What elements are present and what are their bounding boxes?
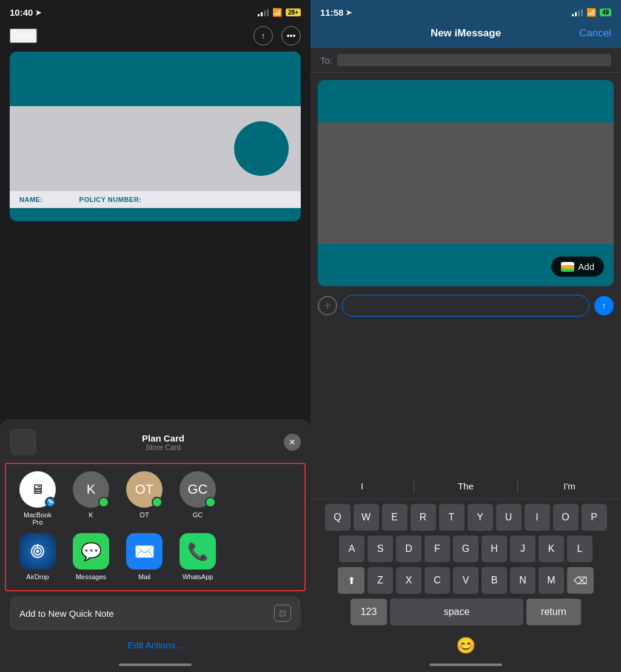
add-button[interactable]: Add	[551, 257, 604, 277]
whatsapp-app[interactable]: 📞 WhatsApp	[173, 533, 222, 580]
autocomplete-row: I The I'm	[310, 474, 621, 499]
send-button[interactable]: ↑	[594, 296, 614, 315]
gc-avatar: GC	[180, 471, 216, 508]
keyboard-row-4: 123 space return	[313, 599, 619, 625]
whatsapp-label: WhatsApp	[183, 573, 213, 580]
contact-gc[interactable]: GC GC	[173, 471, 222, 526]
share-icon: ↑	[261, 31, 266, 41]
contact-macbook[interactable]: 🖥 📡 MacBookPro	[13, 471, 62, 526]
k-avatar: K	[73, 471, 109, 508]
quick-note-label: Add to New Quick Note	[19, 608, 114, 619]
card-preview-top	[318, 80, 614, 123]
keyboard: Q W E R T Y U I O P A S D F G H J K L ⬆ …	[310, 499, 621, 633]
contact-macbook-label: MacBookPro	[24, 511, 52, 526]
macbook-icon: 🖥	[31, 482, 44, 497]
key-y[interactable]: Y	[468, 504, 493, 531]
key-e[interactable]: E	[382, 504, 408, 531]
card-preview-mid	[318, 123, 614, 244]
right-wifi-icon: 📶	[586, 8, 596, 17]
key-p[interactable]: P	[582, 504, 607, 531]
more-button[interactable]: •••	[281, 26, 301, 45]
key-l[interactable]: L	[567, 536, 592, 562]
key-k[interactable]: K	[539, 536, 564, 562]
message-content: Add + ↑	[310, 73, 621, 474]
airdrop-app[interactable]: AirDrop	[13, 533, 62, 580]
left-home-indicator	[0, 660, 310, 672]
key-c[interactable]: C	[425, 567, 450, 594]
key-m[interactable]: M	[539, 567, 564, 594]
cancel-button[interactable]: Cancel	[579, 27, 611, 39]
emoji-row: 😊	[310, 633, 621, 660]
signal-icon	[258, 9, 269, 16]
right-panel: 11:58 ➤ 📶 49 New iMessage Cancel To:	[310, 0, 621, 672]
autocomplete-the[interactable]: The	[414, 479, 518, 494]
share-button[interactable]: ↑	[253, 26, 273, 45]
more-icon: •••	[287, 31, 296, 41]
key-q[interactable]: Q	[325, 504, 351, 531]
contact-ot[interactable]: OT OT	[120, 471, 169, 526]
autocomplete-i[interactable]: I	[310, 479, 414, 494]
key-v[interactable]: V	[453, 567, 478, 594]
right-signal-icon	[572, 9, 583, 16]
key-g[interactable]: G	[453, 536, 478, 562]
key-o[interactable]: O	[553, 504, 579, 531]
share-close-button[interactable]: ✕	[284, 434, 301, 451]
key-t[interactable]: T	[439, 504, 465, 531]
add-attachment-button[interactable]: +	[318, 296, 337, 315]
numbers-key[interactable]: 123	[351, 599, 387, 625]
key-x[interactable]: X	[396, 567, 421, 594]
card-policy-label: POLICY NUMBER:	[79, 196, 142, 203]
key-u[interactable]: U	[496, 504, 522, 531]
contact-k[interactable]: K K	[67, 471, 115, 526]
right-time: 11:58 ➤	[320, 7, 352, 18]
home-bar	[119, 664, 192, 666]
delete-key[interactable]: ⌫	[567, 567, 594, 594]
mail-label: Mail	[138, 573, 150, 580]
keyboard-row-2: A S D F G H J K L	[313, 536, 619, 562]
to-input[interactable]	[337, 54, 611, 66]
key-j[interactable]: J	[510, 536, 535, 562]
mail-icon: ✉️	[126, 533, 163, 570]
whatsapp-icon: 📞	[180, 533, 216, 570]
right-home-indicator	[310, 660, 621, 672]
autocomplete-im[interactable]: I'm	[518, 479, 621, 494]
left-time-text: 10:40	[10, 7, 33, 18]
key-f[interactable]: F	[425, 536, 450, 562]
apps-row: AirDrop 💬 Messages ✉️ Mail 📞	[6, 531, 304, 588]
key-h[interactable]: H	[482, 536, 507, 562]
mail-app[interactable]: ✉️ Mail	[120, 533, 169, 580]
key-b[interactable]: B	[482, 567, 507, 594]
key-z[interactable]: Z	[368, 567, 393, 594]
card-middle	[10, 106, 301, 191]
message-input-field[interactable]	[342, 295, 589, 317]
key-d[interactable]: D	[396, 536, 421, 562]
card-circle	[234, 121, 289, 176]
key-w[interactable]: W	[354, 504, 379, 531]
quick-note-button[interactable]: Add to New Quick Note ⊡	[10, 596, 301, 630]
key-n[interactable]: N	[510, 567, 535, 594]
key-s[interactable]: S	[368, 536, 393, 562]
left-status-icons: 📶 28+	[258, 8, 301, 17]
keyboard-row-3: ⬆ Z X C V B N M ⌫	[313, 567, 619, 594]
left-nav-bar: Done ↑ •••	[0, 21, 310, 52]
key-r[interactable]: R	[411, 504, 436, 531]
close-icon: ✕	[289, 437, 296, 447]
edit-actions-button[interactable]: Edit Actions...	[0, 635, 310, 660]
card-preview: Add	[318, 80, 614, 286]
space-key[interactable]: space	[390, 599, 523, 625]
imessage-title: New iMessage	[431, 27, 501, 39]
wallet-icon	[561, 262, 574, 272]
messages-badge-gc	[205, 497, 216, 508]
airdrop-label: AirDrop	[26, 573, 49, 580]
return-key[interactable]: return	[526, 599, 581, 625]
messages-app[interactable]: 💬 Messages	[67, 533, 115, 580]
send-icon: ↑	[602, 301, 606, 311]
key-a[interactable]: A	[339, 536, 364, 562]
ot-avatar: OT	[126, 471, 163, 508]
key-i[interactable]: I	[525, 504, 550, 531]
message-input-row: + ↑	[318, 292, 614, 319]
shift-key[interactable]: ⬆	[338, 567, 364, 594]
done-button[interactable]: Done	[10, 29, 37, 43]
emoji-icon[interactable]: 😊	[456, 636, 475, 655]
contact-ot-label: OT	[139, 511, 149, 519]
